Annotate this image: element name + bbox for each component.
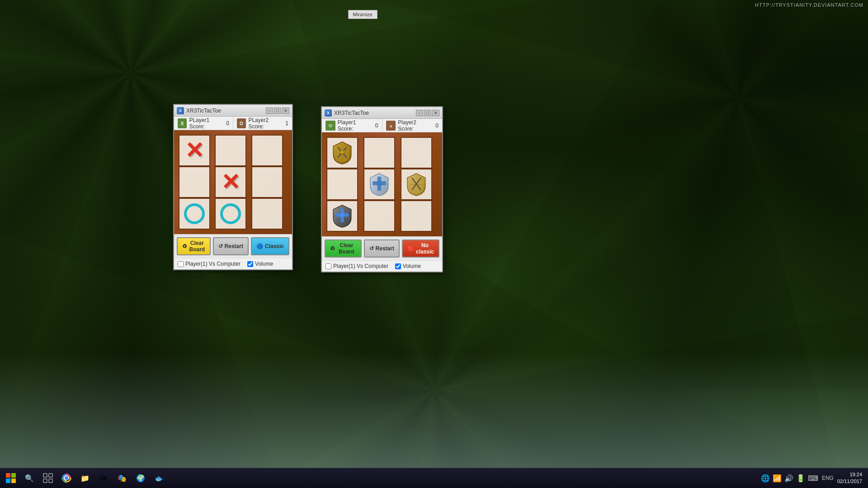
piece-o-1: [184, 203, 205, 224]
piece-o-2: [220, 203, 241, 224]
s-cell-1-0[interactable]: [326, 169, 358, 200]
no-classic-button-2[interactable]: 🔴 No classic: [402, 239, 439, 258]
cell-2-1[interactable]: [215, 198, 246, 230]
shield-piece-3: [405, 173, 428, 196]
close-window-2[interactable]: ✕: [432, 110, 439, 116]
player1-label-2: Player1 Score:: [338, 119, 373, 132]
clear-board-button-1[interactable]: ♻ Clear Board: [177, 237, 211, 255]
close-window-1[interactable]: ✕: [282, 108, 289, 114]
cell-0-1[interactable]: [215, 135, 246, 166]
shield-piece-2: [368, 173, 391, 196]
shield-piece-1: [331, 141, 354, 164]
volume-checkbox-2[interactable]: [395, 263, 401, 269]
date-display: 02/11/2017: [837, 478, 862, 485]
classic-button-1[interactable]: 🔵 Classic: [251, 237, 289, 255]
s-cell-2-0[interactable]: [326, 200, 358, 232]
board-wrapper-1: ✕ ✕: [174, 130, 292, 234]
chrome-button[interactable]: [58, 469, 75, 487]
s-cell-2-1[interactable]: [363, 200, 395, 232]
search-taskbar-button[interactable]: 🔍: [21, 469, 38, 487]
vs-computer-option-1: Player(1) Vs Computer: [178, 261, 241, 267]
volume-sys-icon: 🔋: [796, 474, 805, 483]
btn-bar-2: ♻ Clear Board ↺ Restart 🔴 No classic: [322, 236, 442, 260]
volume-option-1: Volume: [247, 261, 273, 267]
volume-checkbox-1[interactable]: [247, 261, 253, 267]
volume-label-2: Volume: [403, 263, 421, 269]
s-cell-0-2[interactable]: [401, 137, 432, 169]
window-title-1: XR3TicTacToe: [186, 108, 221, 114]
game-board-1: ✕ ✕: [174, 130, 292, 234]
minimize-button[interactable]: Minimize: [348, 10, 377, 19]
app8-button[interactable]: 🐟: [151, 469, 168, 487]
cell-2-0[interactable]: [179, 198, 210, 230]
maximize-window-1[interactable]: □: [274, 108, 281, 114]
vs-computer-checkbox-1[interactable]: [178, 261, 184, 267]
btn-bar-1: ♻ Clear Board ↺ Restart 🔵 Classic: [174, 234, 292, 258]
restart-button-2[interactable]: ↺ Restart: [364, 239, 400, 258]
start-button[interactable]: [2, 469, 19, 487]
clock[interactable]: 19:24 02/11/2017: [837, 471, 862, 485]
svg-text:🛡: 🛡: [329, 124, 332, 128]
watermark: HTTP://TRYSTIANITY.DEVIANTART.COM: [755, 2, 863, 8]
store-icon: 🛍: [97, 472, 110, 484]
app7-button[interactable]: 🌍: [132, 469, 149, 487]
player1-icon-1: X: [178, 118, 187, 128]
titlebar-controls-2: − □ ✕: [416, 110, 439, 116]
svg-rect-12: [373, 182, 386, 185]
shield-piece-4: [331, 204, 354, 228]
cell-0-0[interactable]: ✕: [179, 135, 210, 166]
svg-rect-26: [43, 474, 47, 477]
vs-computer-option-2: Player(1) Vs Computer: [326, 263, 388, 269]
vs-computer-label-2: Player(1) Vs Computer: [333, 263, 388, 269]
file-explorer-button[interactable]: 📁: [76, 469, 94, 487]
app-icon-2: X: [325, 109, 332, 117]
s-cell-0-0[interactable]: [326, 137, 358, 169]
no-classic-icon: 🔴: [407, 245, 414, 252]
player2-score-2: ⚔ Player2 Score: 0: [382, 119, 443, 132]
svg-point-32: [65, 476, 68, 480]
minimize-window-2[interactable]: −: [416, 110, 423, 116]
options-bar-1: Player(1) Vs Computer Volume: [174, 258, 292, 269]
s-cell-1-1[interactable]: [363, 169, 395, 200]
cell-1-1[interactable]: ✕: [215, 166, 246, 198]
window-shield-tictactoe: X XR3TicTacToe − □ ✕ 🛡 Player1 Score: 0: [321, 106, 443, 272]
options-bar-2: Player(1) Vs Computer Volume: [322, 260, 442, 272]
recycle-icon-2: ♻: [330, 245, 335, 252]
cell-1-2[interactable]: [251, 166, 283, 198]
app6-button[interactable]: 🎭: [113, 469, 131, 487]
vs-computer-checkbox-2[interactable]: [326, 263, 331, 269]
restart-button-1[interactable]: ↺ Restart: [213, 237, 249, 255]
svg-rect-27: [49, 474, 52, 477]
piece-x-2: ✕: [221, 171, 240, 193]
cell-2-2[interactable]: [251, 198, 283, 230]
task-view-button[interactable]: [39, 469, 57, 487]
s-cell-1-2[interactable]: [401, 169, 432, 200]
player1-score-val-2: 0: [375, 122, 378, 129]
s-cell-2-2[interactable]: [401, 200, 432, 232]
player1-score-2: 🛡 Player1 Score: 0: [322, 119, 382, 132]
cell-0-2[interactable]: [251, 135, 283, 166]
titlebar-controls-1: − □ ✕: [266, 108, 289, 114]
start-icon: [5, 472, 17, 484]
app7-icon: 🌍: [134, 472, 147, 484]
s-cell-0-1[interactable]: [363, 137, 395, 169]
svg-rect-28: [43, 479, 47, 483]
score-bar-2: 🛡 Player1 Score: 0 ⚔ Player2 Score: 0: [322, 119, 442, 132]
clear-board-button-2[interactable]: ♻ Clear Board: [325, 239, 362, 258]
titlebar-1: X XR3TicTacToe − □ ✕: [174, 105, 292, 117]
player1-score-1: X PLayer1 Score: 0: [174, 117, 233, 130]
player2-label-2: Player2 Score:: [398, 119, 433, 132]
player2-icon-1: O: [237, 118, 246, 128]
app6-icon: 🎭: [116, 472, 128, 484]
cell-1-0[interactable]: [179, 166, 210, 198]
globe-icon: 🌐: [761, 474, 770, 483]
minimize-window-1[interactable]: −: [266, 108, 273, 114]
wifi-icon: 📶: [773, 474, 782, 483]
svg-rect-24: [6, 479, 10, 483]
store-button[interactable]: 🛍: [95, 469, 112, 487]
maximize-window-2[interactable]: □: [424, 110, 431, 116]
search-taskbar-icon: 🔍: [23, 472, 36, 484]
system-icons: 🌐 📶 🔊 🔋 ⌨: [761, 474, 818, 483]
time-display: 19:24: [837, 471, 862, 478]
recycle-icon: ♻: [182, 243, 187, 249]
